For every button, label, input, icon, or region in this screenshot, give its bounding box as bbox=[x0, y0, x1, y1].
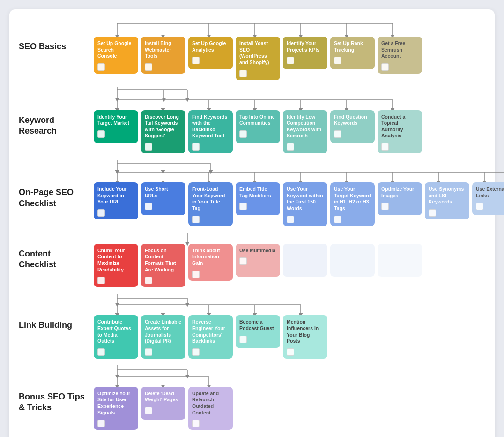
card-checkbox[interactable] bbox=[334, 130, 341, 138]
card-cc-3[interactable]: Think about Information Gain bbox=[188, 244, 233, 281]
cards-on-page-seo: Include Your Keyword in Your URL Use Sho… bbox=[94, 182, 504, 226]
card-checkbox[interactable] bbox=[145, 143, 152, 151]
card-checkbox[interactable] bbox=[192, 420, 200, 427]
card-kw-3[interactable]: Find Keywords with the Backlinko Keyword… bbox=[188, 110, 233, 154]
card-kw-5[interactable]: Identify Low Competition Keywords with S… bbox=[283, 110, 327, 154]
cards-row-cc: Chunk Your Content to Maximize Readabili… bbox=[94, 244, 485, 287]
card-op-4[interactable]: Embed Title Tag Modifiers bbox=[236, 182, 280, 215]
card-cc-2[interactable]: Focus on Content Formats That Are Workin… bbox=[141, 244, 185, 287]
card-checkbox[interactable] bbox=[334, 57, 341, 64]
card-checkbox[interactable] bbox=[239, 336, 247, 343]
cards-keyword-research: Identify Your Target Market Discover Lon… bbox=[94, 110, 485, 154]
card-cc-1[interactable]: Chunk Your Content to Maximize Readabili… bbox=[94, 244, 138, 287]
card-seo-basics-3[interactable]: Set Up Google Analytics bbox=[188, 37, 233, 69]
card-text: Set Up Google Analytics bbox=[192, 40, 229, 53]
card-bonus-2[interactable]: Delete 'Dead Weight' Pages bbox=[141, 387, 185, 420]
card-checkbox[interactable] bbox=[145, 203, 152, 210]
card-checkbox[interactable] bbox=[145, 63, 152, 71]
cards-content-checklist: Chunk Your Content to Maximize Readabili… bbox=[94, 244, 485, 287]
card-checkbox[interactable] bbox=[287, 143, 294, 151]
card-checkbox[interactable] bbox=[287, 216, 294, 223]
card-op-2[interactable]: Use Short URLs bbox=[141, 182, 185, 215]
card-kw-4[interactable]: Tap Into Online Communities bbox=[236, 110, 280, 143]
card-checkbox[interactable] bbox=[239, 70, 247, 77]
card-lb-4[interactable]: Become a Podcast Guest bbox=[236, 315, 280, 348]
card-kw-6[interactable]: Find Question Keywords bbox=[330, 110, 375, 143]
card-checkbox[interactable] bbox=[476, 203, 483, 210]
card-text: Install Yoast SEO (WordPress and Shopify… bbox=[239, 40, 276, 66]
card-checkbox[interactable] bbox=[145, 407, 152, 414]
connector-lb-bonus bbox=[94, 363, 485, 377]
connector-svg-kw-op bbox=[94, 158, 504, 172]
row-on-page-seo: On-Page SEO Checklist Include Your Keywo… bbox=[19, 182, 485, 226]
connector-svg bbox=[94, 85, 422, 100]
card-text: Find Question Keywords bbox=[334, 114, 371, 127]
card-checkbox[interactable] bbox=[239, 203, 247, 210]
card-checkbox[interactable] bbox=[97, 348, 105, 356]
card-text: Identify Low Competition Keywords with S… bbox=[287, 114, 324, 140]
row-content-checklist: Content Checklist Chunk Your Content to … bbox=[19, 244, 485, 287]
card-text: Focus on Content Formats That Are Workin… bbox=[145, 248, 182, 273]
card-text: Reverse Engineer Your Competitors' Backl… bbox=[192, 319, 229, 345]
card-checkbox[interactable] bbox=[145, 277, 152, 284]
card-kw-1[interactable]: Identify Your Target Market bbox=[94, 110, 138, 143]
card-lb-5[interactable]: Mention Influencers In Your Blog Posts bbox=[283, 315, 327, 359]
card-seo-basics-4[interactable]: Install Yoast SEO (WordPress and Shopify… bbox=[236, 37, 280, 80]
card-checkbox[interactable] bbox=[429, 209, 436, 217]
card-checkbox[interactable] bbox=[381, 203, 389, 210]
card-checkbox[interactable] bbox=[239, 130, 247, 138]
card-checkbox[interactable] bbox=[97, 63, 105, 71]
card-checkbox[interactable] bbox=[192, 216, 200, 223]
bonus-top-arrows bbox=[94, 377, 234, 387]
card-cc-4[interactable]: Use Multimedia bbox=[236, 244, 280, 277]
card-checkbox[interactable] bbox=[334, 216, 341, 223]
card-text: Contribute Expert Quotes to Media Outlet… bbox=[97, 319, 134, 345]
card-bonus-3[interactable]: Update and Relaunch Outdated Content bbox=[188, 387, 233, 430]
card-checkbox[interactable] bbox=[192, 271, 200, 278]
card-checkbox[interactable] bbox=[381, 63, 389, 71]
card-seo-basics-1[interactable]: Set Up Google Search Console bbox=[94, 37, 138, 74]
card-op-5[interactable]: Use Your Keyword within the First 150 Wo… bbox=[283, 182, 327, 226]
card-checkbox[interactable] bbox=[97, 209, 105, 217]
card-checkbox[interactable] bbox=[239, 257, 247, 265]
card-text: Use Multimedia bbox=[239, 248, 276, 254]
card-lb-1[interactable]: Contribute Expert Quotes to Media Outlet… bbox=[94, 315, 138, 359]
card-checkbox[interactable] bbox=[97, 277, 105, 284]
card-text: Set Up Rank Tracking bbox=[334, 40, 371, 53]
card-checkbox[interactable] bbox=[192, 143, 200, 151]
lb-top-arrows bbox=[94, 305, 351, 315]
card-op-6[interactable]: Use Your Target Keyword in H1, H2 or H3 … bbox=[330, 182, 375, 226]
card-op-7[interactable]: Optimize Your Images bbox=[378, 182, 422, 215]
card-checkbox[interactable] bbox=[192, 57, 200, 64]
card-kw-7[interactable]: Conduct a Topical Authority Analysis bbox=[378, 110, 422, 154]
card-checkbox[interactable] bbox=[381, 143, 389, 151]
card-checkbox[interactable] bbox=[287, 57, 294, 64]
card-lb-2[interactable]: Create Linkable Assets for Journalists (… bbox=[141, 315, 185, 359]
section-seo-basics: SEO Basics Set Up Google Search Console … bbox=[19, 23, 485, 80]
placeholder-card bbox=[378, 244, 422, 277]
card-text: Find Keywords with the Backlinko Keyword… bbox=[192, 114, 229, 140]
card-bonus-1[interactable]: Optimize Your Site for User Experience S… bbox=[94, 387, 138, 430]
card-op-3[interactable]: Front-Load Your Keyword in Your Title Ta… bbox=[188, 182, 233, 226]
card-checkbox[interactable] bbox=[97, 130, 105, 138]
card-checkbox[interactable] bbox=[287, 348, 294, 356]
card-lb-3[interactable]: Reverse Engineer Your Competitors' Backl… bbox=[188, 315, 233, 359]
card-checkbox[interactable] bbox=[145, 348, 152, 356]
main-container: SEO Basics Set Up Google Search Console … bbox=[9, 9, 495, 437]
label-bonus: Bonus SEO Tips & Tricks bbox=[19, 387, 94, 414]
card-op-8[interactable]: Use Synonyms and LSI Keywords bbox=[425, 182, 469, 219]
card-checkbox[interactable] bbox=[192, 348, 200, 356]
card-seo-basics-2[interactable]: Install Bing Webmaster Tools bbox=[141, 37, 185, 74]
card-kw-2[interactable]: Discover Long Tail Keywords with 'Google… bbox=[141, 110, 185, 154]
cards-row-seo-basics: Set Up Google Search Console Install Bin… bbox=[94, 37, 485, 80]
card-checkbox[interactable] bbox=[97, 420, 105, 427]
card-op-9[interactable]: Use External Links bbox=[472, 182, 504, 215]
card-text: Identify Your Project's KPIs bbox=[287, 40, 324, 53]
card-seo-basics-5[interactable]: Identify Your Project's KPIs bbox=[283, 37, 327, 69]
card-seo-basics-6[interactable]: Set Up Rank Tracking bbox=[330, 37, 375, 69]
connector-svg-op-cc bbox=[94, 231, 328, 244]
card-text: Use Your Target Keyword in H1, H2 or H3 … bbox=[334, 186, 371, 212]
card-op-1[interactable]: Include Your Keyword in Your URL bbox=[94, 182, 138, 219]
card-seo-basics-7[interactable]: Get a Free Semrush Account bbox=[378, 37, 422, 74]
section-bonus: Bonus SEO Tips & Tricks Optimize Your Si… bbox=[19, 377, 485, 430]
